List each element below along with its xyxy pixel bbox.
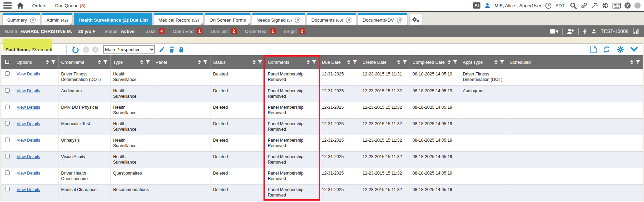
globe-icon[interactable]: [602, 2, 609, 9]
tab-documents-dv[interactable]: Documents-DV: [358, 13, 407, 25]
home-icon[interactable]: [16, 2, 24, 9]
sort-icon[interactable]: [140, 60, 144, 64]
view-details-link[interactable]: View Details: [17, 171, 40, 176]
sort-icon[interactable]: [347, 60, 351, 64]
table-row: View Details DMV DOT Physical Health Sur…: [1, 102, 643, 118]
filter-funnel-icon[interactable]: [258, 60, 262, 64]
filter-funnel-icon[interactable]: [146, 60, 150, 64]
open-in-new-icon[interactable]: [346, 17, 352, 23]
user-menu[interactable]: MIE, Alice- SuperUser: [494, 2, 541, 9]
open-in-new-icon[interactable]: [30, 17, 36, 23]
sort-icon[interactable]: [98, 60, 101, 64]
view-details-link[interactable]: View Details: [17, 121, 40, 126]
back-button[interactable]: ‹: [83, 46, 89, 53]
collapse-chevron-icon[interactable]: [630, 47, 638, 52]
col-header-due-date[interactable]: Due Date: [319, 55, 360, 69]
view-details-link[interactable]: View Details: [17, 105, 40, 110]
view-details-link[interactable]: View Details: [17, 154, 40, 159]
col-header-panel[interactable]: Panel: [153, 55, 210, 69]
row-checkbox[interactable]: [5, 154, 10, 158]
tab-medical-record[interactable]: Medical Record (52): [154, 13, 203, 25]
select-all-checkbox[interactable]: [5, 60, 9, 64]
sort-icon[interactable]: [197, 60, 201, 64]
filter-funnel-icon[interactable]: [636, 60, 640, 64]
filter-funnel-icon[interactable]: [403, 60, 407, 64]
view-details-link[interactable]: View Details: [17, 88, 40, 93]
lock-button[interactable]: [178, 46, 184, 53]
row-checkbox[interactable]: [5, 170, 10, 175]
counter-badge-open-enc[interactable]: 1: [196, 28, 202, 34]
row-checkbox[interactable]: [5, 71, 10, 76]
nav-doc-queue[interactable]: Doc Queue (3): [55, 3, 86, 8]
sort-icon[interactable]: [252, 60, 256, 64]
view-details-link[interactable]: View Details: [17, 72, 40, 76]
sort-icon[interactable]: [630, 60, 634, 64]
tab-on-screen-forms[interactable]: On Screen Forms: [205, 13, 250, 25]
counter-badge-due-list[interactable]: 2: [231, 28, 237, 34]
col-header-appt-type[interactable]: Appt Type: [460, 55, 507, 69]
chart-icon[interactable]: [633, 28, 639, 34]
sort-icon[interactable]: [397, 60, 401, 64]
column-label: Status: [213, 60, 252, 65]
filter-funnel-icon[interactable]: [203, 60, 207, 64]
tab-health-surveillance-2-due-list[interactable]: Health Surveillance (2):Due List: [74, 13, 152, 25]
view-details-link[interactable]: View Details: [17, 138, 40, 143]
col-header-options[interactable]: Options: [14, 55, 58, 69]
open-in-new-icon[interactable]: [295, 17, 301, 23]
refresh-icon[interactable]: [603, 46, 610, 53]
help-icon[interactable]: ?: [624, 2, 631, 9]
counter-badge-order-req[interactable]: 1: [270, 28, 276, 34]
filter-funnel-icon[interactable]: [453, 60, 457, 64]
col-header-type[interactable]: Type: [110, 55, 153, 69]
link-icon[interactable]: [581, 2, 588, 9]
sort-icon[interactable]: [306, 60, 310, 64]
search-icon[interactable]: [570, 2, 577, 9]
ai-badge[interactable]: AI: [473, 2, 481, 9]
tab-label: Medical Record: [158, 17, 191, 23]
hamburger-menu-icon[interactable]: [3, 2, 12, 9]
forward-button[interactable]: ›: [92, 46, 99, 53]
tab-documents[interactable]: Documents (63): [307, 13, 357, 25]
col-header-completed-date[interactable]: Completed Date: [410, 55, 460, 69]
col-header-create-date[interactable]: Create Date: [360, 55, 410, 69]
open-in-new-icon[interactable]: [397, 17, 403, 23]
edit-pencil-button[interactable]: [159, 46, 165, 53]
sort-icon[interactable]: [494, 60, 498, 64]
row-checkbox[interactable]: [5, 187, 10, 191]
filter-funnel-icon[interactable]: [353, 60, 357, 64]
video-camera-icon[interactable]: [550, 28, 558, 34]
add-person-icon[interactable]: [567, 28, 574, 35]
tab-admin[interactable]: Admin (42): [42, 13, 73, 25]
row-checkbox[interactable]: [5, 138, 10, 142]
avatar[interactable]: [634, 2, 641, 9]
counter-badge-tasks[interactable]: 4: [159, 28, 165, 34]
col-header-select-all[interactable]: [1, 55, 14, 69]
filter-funnel-icon[interactable]: [500, 60, 504, 64]
col-header-comments[interactable]: Comments: [265, 55, 319, 69]
counter-badge-esign[interactable]: 2: [299, 28, 305, 34]
tab-needs-signed[interactable]: Needs Signed (5): [252, 13, 305, 25]
row-checkbox[interactable]: [5, 105, 10, 109]
filter-funnel-icon[interactable]: [51, 60, 55, 64]
new-document-icon[interactable]: [590, 46, 597, 53]
undo-button[interactable]: [72, 46, 79, 54]
col-header-scheduled[interactable]: Scheduled: [507, 55, 643, 69]
settings-gear-icon[interactable]: [617, 46, 624, 53]
col-header-status[interactable]: Status: [210, 55, 265, 69]
row-checkbox[interactable]: [5, 88, 10, 93]
col-header-ordername[interactable]: OrderName: [58, 55, 110, 69]
sort-icon[interactable]: [46, 60, 49, 64]
keyboard-icon[interactable]: [613, 3, 621, 9]
sort-icon[interactable]: [447, 60, 451, 64]
tab-summary[interactable]: Summary: [3, 13, 40, 25]
tab-settings[interactable]: [410, 14, 422, 25]
nav-orders[interactable]: Orders: [32, 3, 46, 8]
perspective-select[interactable]: Main Perspective: [103, 45, 155, 54]
row-checkbox[interactable]: [5, 121, 10, 126]
view-details-link[interactable]: View Details: [17, 187, 40, 192]
lightning-icon[interactable]: [583, 28, 587, 35]
delete-trash-button[interactable]: [169, 46, 175, 53]
filter-funnel-icon[interactable]: [312, 60, 316, 64]
filter-funnel-icon[interactable]: [103, 60, 107, 64]
wand-icon[interactable]: [591, 2, 598, 9]
